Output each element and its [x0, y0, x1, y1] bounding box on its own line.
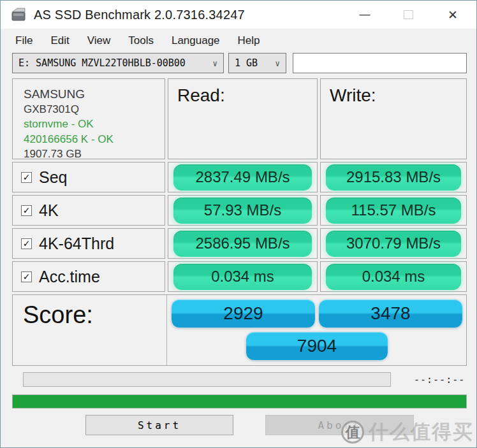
- score-panel: Score: 2929 3478 7904: [12, 294, 467, 366]
- close-icon: ✕: [448, 8, 458, 22]
- 4k64-write-cell: 3070.79 MB/s: [320, 228, 467, 259]
- acctime-write-value: 0.034 ms: [326, 264, 461, 290]
- chevron-down-icon: ∨: [275, 59, 280, 68]
- menu-help[interactable]: Help: [229, 34, 269, 47]
- 4k64-write-value: 3070.79 MB/s: [326, 231, 461, 257]
- window-title: AS SSD Benchmark 2.0.7316.34247: [34, 8, 245, 22]
- maximize-button[interactable]: [393, 1, 423, 29]
- 4k-write-value: 115.57 MB/s: [326, 198, 461, 224]
- score-values: 2929 3478 7904: [167, 295, 466, 365]
- menu-language[interactable]: Language: [163, 34, 229, 47]
- menu-file[interactable]: File: [6, 34, 41, 47]
- write-score-value: 3478: [319, 300, 462, 328]
- progress-bar-fill: [13, 395, 466, 408]
- drive-info-panel: SAMSUNG GXB7301Q stornvme - OK 420166656…: [12, 78, 165, 159]
- row-label: 4K: [39, 201, 59, 220]
- 4k64-read-cell: 2586.95 MB/s: [168, 228, 318, 259]
- drive-firmware: GXB7301Q: [24, 102, 165, 117]
- 4k64-checkbox[interactable]: ✓: [21, 238, 32, 249]
- table-row-acctime-label: ✓ Acc.time: [12, 261, 165, 292]
- driver-status: stornvme - OK: [24, 117, 165, 132]
- acctime-read-value: 0.034 ms: [173, 264, 312, 290]
- test-size-value: 1 GB: [235, 57, 258, 69]
- table-row-seq-label: ✓ Seq: [12, 162, 165, 192]
- minimize-button[interactable]: —: [350, 1, 379, 29]
- table-row-4k64-label: ✓ 4K-64Thrd: [12, 228, 165, 259]
- title-bar: AS SSD Benchmark 2.0.7316.34247 — ✕: [1, 1, 476, 29]
- menu-view[interactable]: View: [78, 34, 120, 47]
- close-button[interactable]: ✕: [438, 1, 467, 29]
- write-column-header: Write:: [320, 78, 467, 159]
- results-table: SAMSUNG GXB7301Q stornvme - OK 420166656…: [12, 78, 467, 292]
- read-column-header: Read:: [168, 78, 318, 159]
- score-label: Score:: [23, 301, 93, 328]
- row-label: 4K-64Thrd: [39, 235, 114, 253]
- status-row: --:--:--: [23, 372, 476, 387]
- drive-select[interactable]: E: SAMSUNG MZVL22T0HBLB-00B00 ∨: [12, 53, 224, 73]
- drive-vendor: SAMSUNG: [24, 87, 165, 102]
- menu-edit[interactable]: Edit: [41, 34, 78, 47]
- row-label: Seq: [39, 168, 67, 187]
- read-score-value: 2929: [172, 300, 315, 328]
- table-row-4k-label: ✓ 4K: [12, 195, 165, 226]
- app-window: AS SSD Benchmark 2.0.7316.34247 — ✕ File…: [0, 0, 477, 448]
- drive-capacity: 1907.73 GB: [24, 147, 165, 162]
- seq-write-value: 2915.83 MB/s: [326, 164, 461, 191]
- menu-tools[interactable]: Tools: [119, 34, 163, 47]
- seq-checkbox[interactable]: ✓: [21, 172, 32, 183]
- menu-bar: File Edit View Tools Language Help: [1, 29, 476, 52]
- drive-select-value: E: SAMSUNG MZVL22T0HBLB-00B00: [18, 57, 186, 69]
- 4k-checkbox[interactable]: ✓: [21, 205, 32, 216]
- time-remaining-label: --:--:--: [414, 374, 465, 386]
- row-label: Acc.time: [39, 268, 100, 286]
- minimize-icon: —: [360, 8, 371, 21]
- 4k-write-cell: 115.57 MB/s: [320, 195, 467, 226]
- toolbar: E: SAMSUNG MZVL22T0HBLB-00B00 ∨ 1 GB ∨: [12, 53, 476, 73]
- acctime-read-cell: 0.034 ms: [168, 261, 318, 292]
- seq-write-cell: 2915.83 MB/s: [320, 162, 467, 192]
- seq-read-cell: 2837.49 MB/s: [168, 162, 318, 192]
- abort-button: Abort: [265, 415, 414, 435]
- drive-icon: [10, 8, 27, 22]
- progress-bar: [12, 394, 467, 408]
- maximize-icon: [404, 10, 413, 19]
- chevron-down-icon: ∨: [212, 59, 217, 68]
- 4k64-read-value: 2586.95 MB/s: [173, 231, 312, 257]
- seq-read-value: 2837.49 MB/s: [173, 164, 312, 191]
- status-textbox: [23, 372, 391, 387]
- start-button[interactable]: Start: [85, 415, 233, 435]
- 4k-read-cell: 57.93 MB/s: [168, 195, 318, 226]
- alignment-status: 420166656 K - OK: [24, 132, 165, 147]
- total-score-value: 7904: [246, 332, 388, 360]
- toolbar-textbox[interactable]: [293, 53, 467, 73]
- 4k-read-value: 57.93 MB/s: [173, 198, 312, 224]
- test-size-select[interactable]: 1 GB ∨: [228, 53, 286, 73]
- acctime-write-cell: 0.034 ms: [320, 261, 467, 292]
- buttons-row: Start Abort: [1, 415, 476, 437]
- score-label-cell: Score:: [13, 295, 167, 365]
- acctime-checkbox[interactable]: ✓: [21, 271, 32, 282]
